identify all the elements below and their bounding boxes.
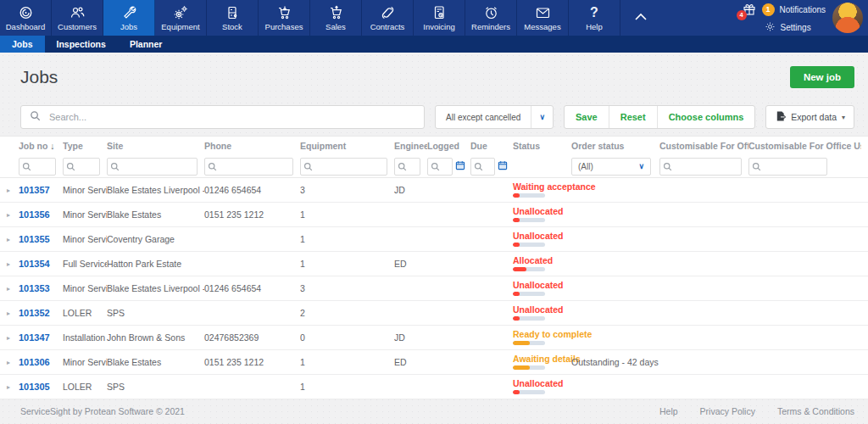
job-no-link[interactable]: 101347 (19, 332, 63, 343)
nav-item-label: Jobs (120, 22, 137, 31)
col-job-no[interactable]: Job no ↓ (19, 141, 63, 151)
subnav-tab-label: Planner (130, 39, 163, 49)
notifications-label[interactable]: Notifications (780, 5, 826, 14)
nav-item-label: Sales (326, 22, 346, 31)
job-no-link[interactable]: 101355 (19, 234, 63, 244)
collapse-nav-button[interactable] (620, 0, 661, 36)
filter-equipment[interactable] (300, 158, 387, 176)
nav-item[interactable]: Reminders (465, 0, 517, 36)
row-expand-icon[interactable] (7, 285, 19, 293)
nav-item[interactable]: Dashboard (0, 0, 52, 36)
nav-item[interactable]: Messages (517, 0, 569, 36)
filter-custom-2[interactable] (748, 158, 827, 176)
filter-custom-1[interactable] (659, 158, 742, 176)
nav-item[interactable]: Stock (207, 0, 259, 36)
nav-item[interactable]: Equipment (155, 0, 207, 36)
settings-label[interactable]: Settings (781, 23, 811, 32)
footer-link-help[interactable]: Help (659, 406, 678, 416)
job-no-link[interactable]: 101357 (19, 185, 63, 195)
table-header-row: Job no ↓ Type Site Phone Equipment Engin… (0, 137, 868, 155)
filter-engineer[interactable] (394, 158, 420, 176)
job-no-link[interactable]: 101356 (19, 209, 63, 220)
footer-link-terms[interactable]: Terms & Conditions (777, 406, 854, 416)
job-phone: 01246 654654 (204, 283, 300, 293)
row-expand-icon[interactable] (7, 260, 19, 268)
col-custom-1[interactable]: Customisable For Office Use (659, 141, 748, 151)
gift-icon[interactable]: 4 (743, 3, 757, 17)
job-site: SPS (107, 382, 204, 392)
nav-item[interactable]: Customers (52, 0, 103, 36)
view-filter-value: All except cancelled (436, 106, 531, 128)
nav-item[interactable]: Purchases (259, 0, 310, 36)
subnav-tab[interactable]: Planner (118, 36, 175, 53)
job-phone: 0151 235 1212 (204, 357, 300, 367)
row-expand-icon[interactable] (7, 310, 19, 317)
job-no-link[interactable]: 101305 (19, 382, 63, 392)
col-due[interactable]: Due (470, 141, 513, 151)
nav-item[interactable]: ? Help (569, 0, 620, 36)
filter-site[interactable] (107, 158, 198, 176)
table-row: 101306 Minor Service Blake Estates 0151 … (0, 350, 868, 375)
reset-button[interactable]: Reset (609, 106, 657, 128)
col-equipment[interactable]: Equipment (300, 141, 394, 151)
filter-logged[interactable] (427, 158, 465, 176)
user-avatar[interactable] (832, 3, 863, 33)
col-custom-2[interactable]: Customisable For Office Use (748, 141, 861, 151)
job-status: Awaiting details (513, 354, 571, 371)
filter-order-status-select[interactable]: (All) ∨ (571, 158, 651, 176)
nav-item-label: Stock (222, 22, 242, 31)
search-box[interactable] (20, 105, 425, 129)
job-type: Minor Service (63, 234, 107, 244)
search-input[interactable] (47, 111, 415, 123)
calendar-icon[interactable] (498, 159, 508, 174)
subnav-tab-label: Inspections (57, 39, 106, 49)
row-expand-icon[interactable] (7, 334, 19, 342)
choose-columns-button[interactable]: Choose columns (657, 106, 755, 128)
filter-due[interactable] (470, 158, 508, 176)
job-no-link[interactable]: 101352 (19, 308, 63, 318)
col-status[interactable]: Status (513, 141, 571, 151)
col-site[interactable]: Site (107, 141, 204, 151)
status-progress-bar (513, 390, 545, 394)
row-expand-icon[interactable] (7, 211, 19, 219)
nav-item-icon (276, 5, 292, 20)
filter-type[interactable] (63, 158, 100, 176)
status-badge: Ready to complete (513, 330, 571, 339)
new-job-button[interactable]: New job (790, 66, 854, 88)
footer-link-privacy[interactable]: Privacy Policy (700, 406, 755, 416)
sub-navigation: Jobs Inspections Planner (0, 36, 868, 53)
job-no-link[interactable]: 101306 (19, 357, 63, 367)
chevron-down-icon[interactable]: ∨ (531, 106, 553, 128)
nav-item[interactable]: Jobs (103, 0, 155, 36)
row-expand-icon[interactable] (7, 187, 19, 194)
job-site: Hatton Park Estate (107, 259, 204, 269)
job-status: Unallocated (513, 281, 571, 297)
row-expand-icon[interactable] (7, 359, 19, 366)
filter-job-no[interactable] (19, 158, 56, 176)
save-button[interactable]: Save (565, 106, 609, 128)
export-data-button[interactable]: Export data ▾ (765, 105, 854, 129)
nav-item-label: Equipment (161, 22, 199, 31)
table-filter-row: (All) ∨ (0, 155, 868, 178)
subnav-tab[interactable]: Jobs (0, 36, 45, 53)
status-progress-bar (513, 365, 545, 370)
job-equipment-count: 1 (300, 382, 394, 392)
job-no-link[interactable]: 101354 (19, 259, 63, 269)
table-row: 101355 Minor Service Coventry Garage 1 U… (0, 227, 868, 252)
calendar-icon[interactable] (455, 159, 465, 174)
nav-item[interactable]: Contracts (362, 0, 414, 36)
col-engineer[interactable]: Engineer (394, 141, 427, 151)
nav-item[interactable]: Invoicing (414, 0, 465, 36)
row-expand-icon[interactable] (7, 383, 19, 391)
col-type[interactable]: Type (63, 141, 107, 151)
row-expand-icon[interactable] (7, 236, 19, 243)
col-phone[interactable]: Phone (204, 141, 300, 151)
filter-phone[interactable] (204, 158, 293, 176)
job-no-link[interactable]: 101353 (19, 283, 63, 293)
col-logged[interactable]: Logged (427, 141, 470, 151)
subnav-tab[interactable]: Inspections (45, 36, 118, 53)
nav-item[interactable]: Sales (310, 0, 362, 36)
col-order-status[interactable]: Order status (571, 141, 659, 151)
view-filter-dropdown[interactable]: All except cancelled ∨ (435, 105, 554, 129)
job-status: Unallocated (513, 207, 571, 223)
